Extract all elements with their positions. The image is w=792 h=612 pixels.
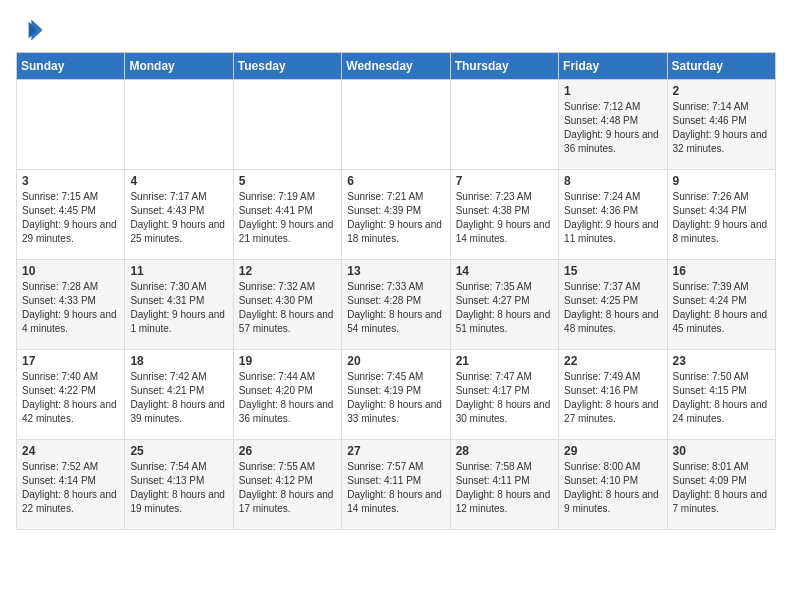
day-number: 4 <box>130 174 227 188</box>
day-info: Sunrise: 7:28 AM Sunset: 4:33 PM Dayligh… <box>22 280 119 336</box>
day-info: Sunrise: 7:47 AM Sunset: 4:17 PM Dayligh… <box>456 370 553 426</box>
week-row-1: 1Sunrise: 7:12 AM Sunset: 4:48 PM Daylig… <box>17 80 776 170</box>
day-number: 14 <box>456 264 553 278</box>
day-number: 15 <box>564 264 661 278</box>
day-info: Sunrise: 7:52 AM Sunset: 4:14 PM Dayligh… <box>22 460 119 516</box>
day-number: 17 <box>22 354 119 368</box>
day-cell <box>233 80 341 170</box>
day-number: 19 <box>239 354 336 368</box>
day-number: 9 <box>673 174 770 188</box>
day-cell: 18Sunrise: 7:42 AM Sunset: 4:21 PM Dayli… <box>125 350 233 440</box>
weekday-header-friday: Friday <box>559 53 667 80</box>
week-row-3: 10Sunrise: 7:28 AM Sunset: 4:33 PM Dayli… <box>17 260 776 350</box>
weekday-header-row: SundayMondayTuesdayWednesdayThursdayFrid… <box>17 53 776 80</box>
day-cell: 13Sunrise: 7:33 AM Sunset: 4:28 PM Dayli… <box>342 260 450 350</box>
weekday-header-wednesday: Wednesday <box>342 53 450 80</box>
day-number: 29 <box>564 444 661 458</box>
day-cell: 14Sunrise: 7:35 AM Sunset: 4:27 PM Dayli… <box>450 260 558 350</box>
day-cell: 26Sunrise: 7:55 AM Sunset: 4:12 PM Dayli… <box>233 440 341 530</box>
day-info: Sunrise: 8:01 AM Sunset: 4:09 PM Dayligh… <box>673 460 770 516</box>
day-number: 10 <box>22 264 119 278</box>
day-info: Sunrise: 7:21 AM Sunset: 4:39 PM Dayligh… <box>347 190 444 246</box>
weekday-header-saturday: Saturday <box>667 53 775 80</box>
header <box>16 16 776 44</box>
day-cell: 24Sunrise: 7:52 AM Sunset: 4:14 PM Dayli… <box>17 440 125 530</box>
day-cell: 30Sunrise: 8:01 AM Sunset: 4:09 PM Dayli… <box>667 440 775 530</box>
day-cell <box>17 80 125 170</box>
day-number: 28 <box>456 444 553 458</box>
day-info: Sunrise: 7:17 AM Sunset: 4:43 PM Dayligh… <box>130 190 227 246</box>
day-cell: 22Sunrise: 7:49 AM Sunset: 4:16 PM Dayli… <box>559 350 667 440</box>
day-cell: 7Sunrise: 7:23 AM Sunset: 4:38 PM Daylig… <box>450 170 558 260</box>
day-cell: 29Sunrise: 8:00 AM Sunset: 4:10 PM Dayli… <box>559 440 667 530</box>
day-cell <box>342 80 450 170</box>
day-cell: 16Sunrise: 7:39 AM Sunset: 4:24 PM Dayli… <box>667 260 775 350</box>
calendar-table: SundayMondayTuesdayWednesdayThursdayFrid… <box>16 52 776 530</box>
day-number: 1 <box>564 84 661 98</box>
day-cell: 6Sunrise: 7:21 AM Sunset: 4:39 PM Daylig… <box>342 170 450 260</box>
day-info: Sunrise: 7:49 AM Sunset: 4:16 PM Dayligh… <box>564 370 661 426</box>
day-cell: 8Sunrise: 7:24 AM Sunset: 4:36 PM Daylig… <box>559 170 667 260</box>
day-info: Sunrise: 8:00 AM Sunset: 4:10 PM Dayligh… <box>564 460 661 516</box>
day-cell: 25Sunrise: 7:54 AM Sunset: 4:13 PM Dayli… <box>125 440 233 530</box>
day-info: Sunrise: 7:37 AM Sunset: 4:25 PM Dayligh… <box>564 280 661 336</box>
week-row-2: 3Sunrise: 7:15 AM Sunset: 4:45 PM Daylig… <box>17 170 776 260</box>
day-info: Sunrise: 7:54 AM Sunset: 4:13 PM Dayligh… <box>130 460 227 516</box>
weekday-header-tuesday: Tuesday <box>233 53 341 80</box>
day-number: 21 <box>456 354 553 368</box>
day-number: 20 <box>347 354 444 368</box>
day-info: Sunrise: 7:12 AM Sunset: 4:48 PM Dayligh… <box>564 100 661 156</box>
day-cell: 21Sunrise: 7:47 AM Sunset: 4:17 PM Dayli… <box>450 350 558 440</box>
weekday-header-monday: Monday <box>125 53 233 80</box>
week-row-5: 24Sunrise: 7:52 AM Sunset: 4:14 PM Dayli… <box>17 440 776 530</box>
day-cell <box>125 80 233 170</box>
day-info: Sunrise: 7:57 AM Sunset: 4:11 PM Dayligh… <box>347 460 444 516</box>
day-info: Sunrise: 7:39 AM Sunset: 4:24 PM Dayligh… <box>673 280 770 336</box>
day-number: 23 <box>673 354 770 368</box>
logo-icon <box>16 16 44 44</box>
day-number: 18 <box>130 354 227 368</box>
day-cell: 28Sunrise: 7:58 AM Sunset: 4:11 PM Dayli… <box>450 440 558 530</box>
day-number: 5 <box>239 174 336 188</box>
day-cell <box>450 80 558 170</box>
day-number: 6 <box>347 174 444 188</box>
day-info: Sunrise: 7:23 AM Sunset: 4:38 PM Dayligh… <box>456 190 553 246</box>
day-cell: 9Sunrise: 7:26 AM Sunset: 4:34 PM Daylig… <box>667 170 775 260</box>
day-number: 7 <box>456 174 553 188</box>
logo <box>16 16 48 44</box>
day-info: Sunrise: 7:55 AM Sunset: 4:12 PM Dayligh… <box>239 460 336 516</box>
day-info: Sunrise: 7:33 AM Sunset: 4:28 PM Dayligh… <box>347 280 444 336</box>
day-info: Sunrise: 7:50 AM Sunset: 4:15 PM Dayligh… <box>673 370 770 426</box>
day-info: Sunrise: 7:32 AM Sunset: 4:30 PM Dayligh… <box>239 280 336 336</box>
day-info: Sunrise: 7:24 AM Sunset: 4:36 PM Dayligh… <box>564 190 661 246</box>
day-info: Sunrise: 7:30 AM Sunset: 4:31 PM Dayligh… <box>130 280 227 336</box>
day-number: 3 <box>22 174 119 188</box>
week-row-4: 17Sunrise: 7:40 AM Sunset: 4:22 PM Dayli… <box>17 350 776 440</box>
day-number: 16 <box>673 264 770 278</box>
day-cell: 5Sunrise: 7:19 AM Sunset: 4:41 PM Daylig… <box>233 170 341 260</box>
day-cell: 2Sunrise: 7:14 AM Sunset: 4:46 PM Daylig… <box>667 80 775 170</box>
day-number: 12 <box>239 264 336 278</box>
day-info: Sunrise: 7:44 AM Sunset: 4:20 PM Dayligh… <box>239 370 336 426</box>
day-cell: 20Sunrise: 7:45 AM Sunset: 4:19 PM Dayli… <box>342 350 450 440</box>
day-cell: 12Sunrise: 7:32 AM Sunset: 4:30 PM Dayli… <box>233 260 341 350</box>
day-info: Sunrise: 7:40 AM Sunset: 4:22 PM Dayligh… <box>22 370 119 426</box>
day-number: 11 <box>130 264 227 278</box>
day-number: 13 <box>347 264 444 278</box>
day-cell: 19Sunrise: 7:44 AM Sunset: 4:20 PM Dayli… <box>233 350 341 440</box>
day-cell: 4Sunrise: 7:17 AM Sunset: 4:43 PM Daylig… <box>125 170 233 260</box>
weekday-header-thursday: Thursday <box>450 53 558 80</box>
day-info: Sunrise: 7:15 AM Sunset: 4:45 PM Dayligh… <box>22 190 119 246</box>
day-info: Sunrise: 7:35 AM Sunset: 4:27 PM Dayligh… <box>456 280 553 336</box>
day-info: Sunrise: 7:58 AM Sunset: 4:11 PM Dayligh… <box>456 460 553 516</box>
day-info: Sunrise: 7:45 AM Sunset: 4:19 PM Dayligh… <box>347 370 444 426</box>
day-cell: 27Sunrise: 7:57 AM Sunset: 4:11 PM Dayli… <box>342 440 450 530</box>
day-info: Sunrise: 7:19 AM Sunset: 4:41 PM Dayligh… <box>239 190 336 246</box>
day-info: Sunrise: 7:26 AM Sunset: 4:34 PM Dayligh… <box>673 190 770 246</box>
day-info: Sunrise: 7:42 AM Sunset: 4:21 PM Dayligh… <box>130 370 227 426</box>
day-number: 24 <box>22 444 119 458</box>
day-number: 8 <box>564 174 661 188</box>
day-number: 22 <box>564 354 661 368</box>
day-cell: 3Sunrise: 7:15 AM Sunset: 4:45 PM Daylig… <box>17 170 125 260</box>
day-cell: 23Sunrise: 7:50 AM Sunset: 4:15 PM Dayli… <box>667 350 775 440</box>
